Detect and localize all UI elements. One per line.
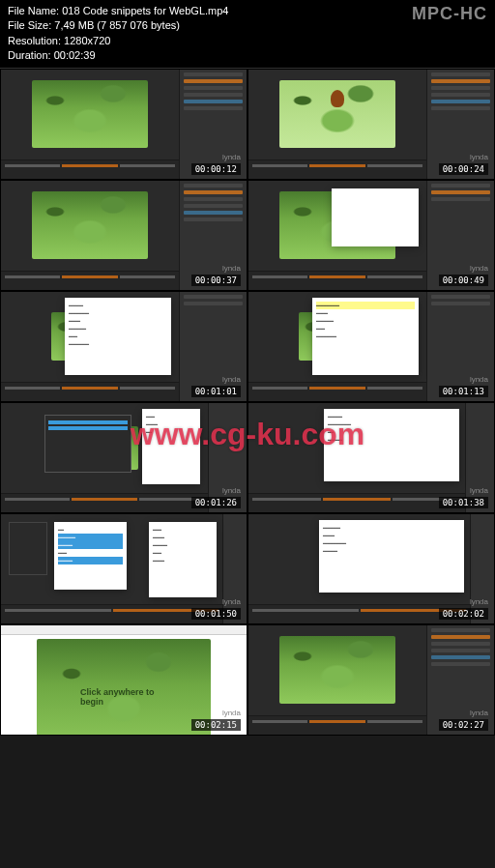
- thumbnail: ━━━━━━━━━━━━━━━━━━━━━━━━━━━━ lynda 00:01…: [248, 292, 494, 401]
- brand-watermark: lynda: [470, 597, 488, 606]
- brand-watermark: lynda: [222, 709, 241, 717]
- file-metadata: File Name: 018 Code snippets for WebGL.m…: [8, 4, 228, 64]
- brand-watermark: lynda: [470, 264, 488, 273]
- browser-toolbar: [1, 625, 247, 635]
- menu-panel: ━━━━━━━━━━━━━━━━━━━: [149, 522, 217, 597]
- timestamp: 00:02:02: [439, 608, 488, 620]
- timestamp: 00:01:38: [439, 497, 488, 508]
- thumbnail-grid: lynda 00:00:12 lynda 00:00:24 lynda 00:0…: [0, 69, 495, 736]
- code-panel: ━━━━━━━━━: [142, 409, 200, 484]
- jungle-scene: [279, 80, 395, 148]
- timestamp: 00:00:49: [439, 275, 488, 286]
- timestamp: 00:01:50: [191, 608, 241, 620]
- brand-watermark: lynda: [222, 375, 241, 384]
- thumbnail: lynda 00:00:24: [248, 70, 494, 179]
- timestamp: 00:00:24: [439, 163, 488, 175]
- thumbnail: lynda 00:00:49: [248, 181, 494, 290]
- editor-panel: ━━━━━━━━━━━━━━━━━━━━: [324, 409, 459, 481]
- brand-watermark: lynda: [222, 264, 241, 273]
- timestamp: 00:01:13: [439, 386, 488, 397]
- brand-watermark: lynda: [470, 709, 488, 717]
- timestamp: 00:00:12: [191, 163, 241, 175]
- thumbnail: lynda 00:00:37: [1, 181, 247, 290]
- brand-watermark: lynda: [222, 486, 241, 495]
- thumbnail: ━━━━━━━━━━━━━━━━━━━━ lynda 00:01:38: [248, 403, 494, 512]
- jungle-scene: Click anywhere to begin: [37, 639, 211, 735]
- code-panel: ━━━━━━━━━━━━━━━━━━━━━━━━━━━━: [312, 298, 419, 375]
- thumbnail: lynda 00:02:27: [248, 625, 494, 735]
- thumbnail: Click anywhere to begin lynda 00:02:15: [1, 625, 247, 735]
- editor-panel: ━━━━━━━━━━━━━━━━━━━━━━━: [319, 520, 464, 593]
- thumbnail: ━━━━━━━━━━━━━━━━━━━━━━━ lynda 00:02:02: [248, 514, 494, 623]
- dialog-panel: [332, 188, 419, 246]
- jungle-scene: [279, 636, 395, 704]
- brand-watermark: lynda: [222, 153, 241, 161]
- snippets-panel: [44, 415, 131, 473]
- thumbnail: ━━━━━━━━━ lynda 00:01:26: [1, 403, 247, 512]
- thumbnail: ━━━━━━━━━━━━━━━━━━━━━ ━━━━━━━━━━━━━━━━━━…: [1, 514, 247, 623]
- timestamp: 00:00:37: [191, 275, 241, 286]
- code-panel: ━━━━━━━━━━━━━━━━━━━━━━━━━━━━━━━━: [65, 298, 171, 375]
- timestamp: 00:02:27: [439, 719, 488, 731]
- brand-watermark: lynda: [222, 597, 241, 606]
- media-info-header: File Name: 018 Code snippets for WebGL.m…: [0, 0, 495, 69]
- timestamp: 00:02:15: [191, 719, 241, 731]
- jungle-scene: [32, 191, 148, 259]
- click-prompt: Click anywhere to begin: [80, 687, 167, 707]
- thumbnail: lynda 00:00:12: [1, 70, 247, 179]
- timestamp: 00:01:01: [191, 386, 241, 397]
- brand-watermark: lynda: [470, 486, 488, 495]
- jungle-scene: [32, 80, 148, 148]
- thumbnail: ━━━━━━━━━━━━━━━━━━━━━━━━━━━━━━━━ lynda 0…: [1, 292, 247, 401]
- monkey-sprite: [331, 90, 344, 107]
- brand-watermark: lynda: [470, 375, 488, 384]
- timestamp: 00:01:26: [191, 497, 241, 508]
- app-logo: MPC-HC: [412, 4, 487, 64]
- code-panel: ━━━━━━━━━━━━━━━━━━━━━: [54, 522, 127, 590]
- brand-watermark: lynda: [470, 153, 488, 161]
